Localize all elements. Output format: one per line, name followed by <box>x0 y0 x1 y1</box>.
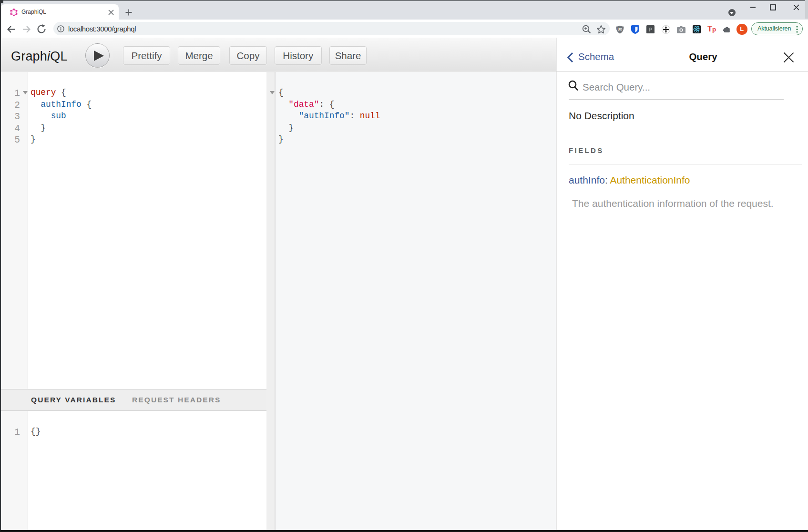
svg-text:UO: UO <box>617 28 622 31</box>
svg-text:P: P <box>649 27 652 32</box>
